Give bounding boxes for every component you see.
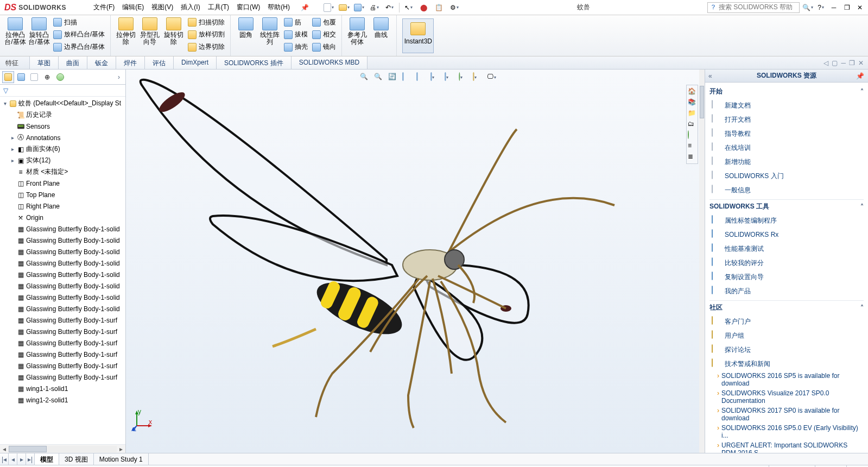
undo-icon[interactable]: ↶▾: [384, 2, 396, 14]
tp-comm-item[interactable]: 探讨论坛: [709, 343, 864, 357]
tp-start-item[interactable]: 打开文档: [709, 112, 864, 127]
minimize-icon[interactable]: ─: [829, 3, 839, 12]
instant3d-button[interactable]: Instant3D: [402, 18, 434, 53]
tp-start-item[interactable]: 新增功能: [709, 155, 864, 169]
tree-item[interactable]: ▦wing1-1-solid1: [0, 383, 125, 394]
tree-item[interactable]: ▦Glasswing Butterfly Body-1-solid: [0, 246, 125, 257]
tree-item[interactable]: ▦Glasswing Butterfly Body-1-surf: [0, 349, 125, 360]
loft-cut-button[interactable]: 放样切割: [186, 29, 227, 41]
draft-button[interactable]: 拔模: [282, 29, 310, 41]
configuration-manager-tab-icon[interactable]: [28, 71, 40, 83]
viewport-vscrollbar[interactable]: [699, 70, 705, 453]
tp-start-item[interactable]: 新建文档: [709, 98, 864, 112]
tp-start-item[interactable]: 一般信息: [709, 183, 864, 197]
loft-boss-button[interactable]: 放样凸台/基体: [51, 29, 107, 41]
tp-news-item[interactable]: ›SOLIDWORKS 2016 SP5.0 EV (Early Visibil…: [709, 423, 864, 440]
sweep-boss-button[interactable]: 扫描: [51, 16, 107, 28]
tp-start-item[interactable]: SOLIDWORKS 入门: [709, 169, 864, 183]
tab-last-icon[interactable]: ▸|: [26, 453, 35, 465]
tree-item[interactable]: ▦Glasswing Butterfly Body-1-surf: [0, 360, 125, 371]
menu-insert[interactable]: 插入(I): [178, 2, 203, 13]
doc-next-icon[interactable]: ▢: [832, 59, 838, 67]
doc-restore-icon[interactable]: ❐: [849, 59, 855, 67]
taskpane-collapse-icon[interactable]: «: [708, 72, 717, 80]
extrude-boss-button[interactable]: 拉伸凸台/基体: [3, 16, 27, 47]
section-tools[interactable]: SOLIDWORKS 工具˄: [709, 199, 864, 213]
vscroll-thumb[interactable]: [700, 86, 704, 118]
tp-tools-item[interactable]: SOLIDWORKS Rx: [709, 228, 864, 242]
scroll-thumb[interactable]: [9, 446, 47, 452]
tp-news-item[interactable]: ›SOLIDWORKS 2017 SP0 is available for do…: [709, 406, 864, 423]
tree-root[interactable]: ▾ 蚊兽 (Default<<Default>_Display St: [0, 98, 125, 109]
bottom-tab-model[interactable]: 模型: [35, 453, 59, 465]
menu-edit[interactable]: 编辑(E): [119, 2, 147, 13]
tree-item[interactable]: ▦Glasswing Butterfly Body-1-surf: [0, 337, 125, 349]
feature-tree[interactable]: ▾ 蚊兽 (Default<<Default>_Display St 📜历史记录…: [0, 97, 125, 444]
save-icon[interactable]: ▾: [353, 2, 365, 14]
mirror-button[interactable]: 镜向: [310, 41, 338, 53]
graphics-viewport[interactable]: 🔍 🔍 🔄 ▾ ▾ ▾ ▾ 🖵▾ 🏠 📚 📁 🗂 ≡ ≣: [126, 70, 705, 453]
settings-icon[interactable]: ⚙▾: [448, 2, 460, 14]
select-icon[interactable]: ↖▾: [403, 2, 415, 14]
tree-item[interactable]: ▸▣实体(12): [0, 155, 125, 166]
tree-item[interactable]: ▦Glasswing Butterfly Body-1-surf: [0, 371, 125, 383]
filter-funnel-icon[interactable]: ▽: [3, 87, 8, 94]
tp-file-explorer-icon[interactable]: 📁: [688, 109, 696, 118]
linear-pattern-button[interactable]: 线性阵列: [258, 16, 282, 47]
tab-prev-icon[interactable]: ◂: [9, 453, 17, 465]
reference-geometry-button[interactable]: 参考几何体: [345, 16, 369, 47]
fillet-button[interactable]: 圆角: [234, 16, 258, 40]
menu-tools[interactable]: 工具(T): [205, 2, 232, 13]
menu-file[interactable]: 文件(F): [90, 2, 118, 13]
new-icon[interactable]: ▾: [323, 2, 335, 14]
dimxpert-manager-tab-icon[interactable]: ⊕: [41, 71, 53, 83]
rib-button[interactable]: 筋: [282, 16, 310, 28]
tree-item[interactable]: ▦Glasswing Butterfly Body-1-solid: [0, 269, 125, 280]
tab-addins[interactable]: SOLIDWORKS 插件: [217, 56, 292, 69]
tp-appearances-icon[interactable]: [688, 131, 696, 140]
tp-news-item[interactable]: ›SOLIDWORKS 2016 SP5 is available for do…: [709, 371, 864, 388]
tp-tools-item[interactable]: 性能基准测试: [709, 242, 864, 256]
scroll-left-icon[interactable]: ◂: [0, 445, 9, 453]
search-glass-icon[interactable]: 🔍▾: [803, 3, 813, 12]
rebuild-icon[interactable]: ⬤: [418, 2, 430, 14]
boundary-boss-button[interactable]: 边界凸台/基体: [51, 41, 107, 53]
tab-evaluate[interactable]: 评估: [145, 56, 174, 69]
tree-item[interactable]: 📟Sensors: [0, 121, 125, 132]
menu-help[interactable]: 帮助(H): [264, 2, 293, 13]
scroll-right-icon[interactable]: ▸: [117, 445, 125, 453]
tp-tools-item[interactable]: 我的产品: [709, 284, 864, 298]
tab-mbd[interactable]: SOLIDWORKS MBD: [292, 56, 368, 69]
tree-item[interactable]: ▦wing1-2-solid1: [0, 394, 125, 406]
tp-view-palette-icon[interactable]: 🗂: [688, 120, 696, 129]
tree-item[interactable]: ▦Glasswing Butterfly Body-1-solid: [0, 280, 125, 292]
tp-comm-item[interactable]: 用户组: [709, 329, 864, 343]
tp-resources-icon[interactable]: 🏠: [688, 87, 696, 96]
bottom-tab-motion[interactable]: Motion Study 1: [94, 453, 149, 465]
tp-comm-item[interactable]: 客户门户: [709, 314, 864, 329]
tree-item[interactable]: ◫Top Plane: [0, 189, 125, 200]
help-search-input[interactable]: ？ 搜索 SOLIDWORKS 帮助: [707, 2, 800, 13]
bottom-tab-3dview[interactable]: 3D 视图: [59, 453, 94, 465]
revolve-boss-button[interactable]: 旋转凸台/基体: [27, 16, 51, 47]
tp-forum-icon[interactable]: ≣: [688, 153, 696, 161]
tree-item[interactable]: ▦Glasswing Butterfly Body-1-solid: [0, 303, 125, 314]
tp-news-item[interactable]: ›SOLIDWORKS Visualize 2017 SP0.0 Documen…: [709, 388, 864, 406]
tp-tools-item[interactable]: 比较我的评分: [709, 256, 864, 270]
tree-hscrollbar[interactable]: ◂ ▸: [0, 444, 125, 453]
help-icon[interactable]: ?▾: [816, 3, 826, 12]
tree-item[interactable]: ◫Right Plane: [0, 200, 125, 212]
tab-features[interactable]: 特征: [0, 56, 24, 69]
taskpane-pin-icon[interactable]: 📌: [856, 72, 865, 80]
close-icon[interactable]: ✕: [855, 3, 865, 12]
tree-item[interactable]: ▦Glasswing Butterfly Body-1-solid: [0, 235, 125, 246]
pin-icon[interactable]: 📌: [297, 3, 312, 12]
property-manager-tab-icon[interactable]: [15, 71, 27, 83]
tab-sketch[interactable]: 草图: [29, 56, 59, 69]
restore-icon[interactable]: ❐: [842, 3, 852, 12]
tree-item[interactable]: ◫Front Plane: [0, 178, 125, 189]
curves-button[interactable]: 曲线: [369, 16, 393, 40]
doc-minimize-icon[interactable]: ─: [841, 59, 846, 67]
tp-comm-item[interactable]: 技术警戒和新闻: [709, 357, 864, 371]
tp-news-item[interactable]: ›URGENT ALERT: Important SOLIDWORKS PDM …: [709, 440, 864, 453]
